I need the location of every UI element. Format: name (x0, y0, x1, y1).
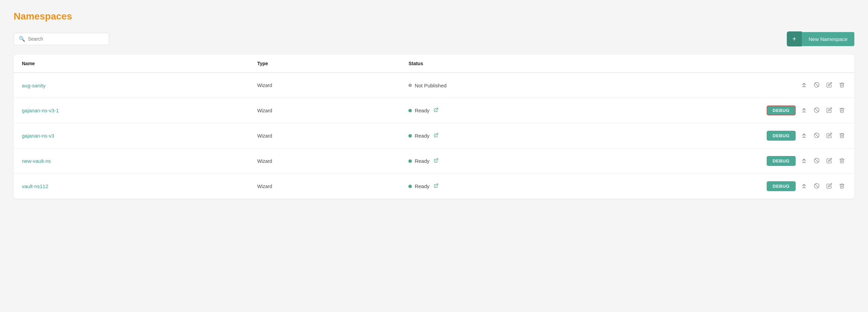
edit-icon[interactable] (825, 131, 834, 141)
upload-icon[interactable] (800, 81, 808, 90)
table-header-row: Name Type Status (14, 55, 854, 73)
status-dot (408, 185, 412, 188)
namespace-actions-cell: DEBUG (636, 123, 854, 148)
status-badge: Ready (415, 183, 429, 189)
edit-icon[interactable] (825, 81, 834, 90)
delete-icon[interactable] (838, 156, 846, 166)
ban-icon[interactable] (812, 81, 821, 90)
namespace-name-link[interactable]: gajanan-ns-v3 (22, 133, 54, 139)
upload-icon[interactable] (800, 106, 808, 115)
svg-line-11 (436, 184, 438, 186)
status-badge: Ready (415, 108, 429, 113)
new-namespace-plus-icon: + (787, 31, 802, 46)
col-header-status: Status (400, 55, 636, 73)
namespace-actions-cell: DEBUG (636, 148, 854, 174)
upload-icon[interactable] (800, 182, 808, 191)
toolbar: 🔍 + New Namespace (14, 31, 854, 46)
status-badge: Ready (415, 133, 429, 139)
svg-line-7 (815, 133, 818, 137)
external-link-icon[interactable] (434, 108, 438, 113)
external-link-icon[interactable] (434, 183, 438, 189)
namespace-status-cell: Not Published (400, 73, 636, 98)
status-dot (408, 134, 412, 138)
table-row: gajanan-ns-v3-1WizardReadyDEBUG (14, 98, 854, 123)
page-container: Namespaces 🔍 + New Namespace Name Type S… (0, 0, 868, 312)
namespaces-table: Name Type Status aug-sanityWizardNot Pub… (14, 55, 854, 199)
col-header-name: Name (14, 55, 249, 73)
new-namespace-label: New Namespace (802, 32, 854, 46)
namespace-type: Wizard (249, 73, 401, 98)
table-row: vault-ns112WizardReadyDEBUG (14, 174, 854, 199)
namespace-actions-cell: DEBUG (636, 98, 854, 123)
ban-icon[interactable] (812, 106, 821, 115)
namespace-type: Wizard (249, 174, 401, 199)
namespace-name-link[interactable]: new-vault-ns (22, 158, 51, 164)
debug-button[interactable]: DEBUG (767, 181, 796, 191)
table-row: new-vault-nsWizardReadyDEBUG (14, 148, 854, 174)
namespace-name-link[interactable]: vault-ns112 (22, 183, 48, 189)
namespace-status-cell: Ready (400, 174, 636, 199)
upload-icon[interactable] (800, 156, 808, 166)
new-namespace-button[interactable]: + New Namespace (787, 31, 854, 46)
status-dot (408, 159, 412, 163)
debug-button[interactable]: DEBUG (767, 105, 796, 115)
namespace-status-cell: Ready (400, 98, 636, 123)
upload-icon[interactable] (800, 131, 808, 141)
delete-icon[interactable] (838, 81, 846, 90)
namespace-actions-cell: DEBUG (636, 174, 854, 199)
search-icon: 🔍 (19, 36, 25, 42)
table-row: gajanan-ns-v3WizardReadyDEBUG (14, 123, 854, 148)
namespace-name-link[interactable]: aug-sanity (22, 83, 45, 88)
col-header-type: Type (249, 55, 401, 73)
svg-line-1 (815, 83, 818, 86)
namespace-type: Wizard (249, 98, 401, 123)
ban-icon[interactable] (812, 156, 821, 166)
namespace-type: Wizard (249, 148, 401, 174)
debug-button[interactable]: DEBUG (767, 131, 796, 141)
namespace-status-cell: Ready (400, 123, 636, 148)
status-dot (408, 109, 412, 112)
svg-line-10 (815, 159, 818, 162)
external-link-icon[interactable] (434, 133, 438, 139)
svg-line-4 (815, 108, 818, 112)
debug-button[interactable]: DEBUG (767, 156, 796, 166)
namespace-status-cell: Ready (400, 148, 636, 174)
namespace-actions-cell (636, 73, 854, 98)
delete-icon[interactable] (838, 182, 846, 191)
status-dot (408, 84, 412, 87)
edit-icon[interactable] (825, 156, 834, 166)
edit-icon[interactable] (825, 182, 834, 191)
external-link-icon[interactable] (434, 158, 438, 164)
delete-icon[interactable] (838, 106, 846, 115)
namespace-name-link[interactable]: gajanan-ns-v3-1 (22, 108, 59, 113)
page-title: Namespaces (14, 11, 854, 22)
svg-line-13 (815, 184, 818, 187)
delete-icon[interactable] (838, 131, 846, 141)
namespace-type: Wizard (249, 123, 401, 148)
svg-line-5 (436, 133, 438, 136)
search-input[interactable] (28, 36, 104, 42)
edit-icon[interactable] (825, 106, 834, 115)
search-box: 🔍 (14, 33, 109, 45)
col-header-actions (636, 55, 854, 73)
ban-icon[interactable] (812, 182, 821, 191)
ban-icon[interactable] (812, 131, 821, 141)
table-row: aug-sanityWizardNot Published (14, 73, 854, 98)
svg-line-2 (436, 108, 438, 110)
svg-line-8 (436, 159, 438, 161)
status-badge: Ready (415, 158, 429, 164)
table-container: Name Type Status aug-sanityWizardNot Pub… (14, 55, 854, 199)
status-badge: Not Published (415, 83, 446, 88)
